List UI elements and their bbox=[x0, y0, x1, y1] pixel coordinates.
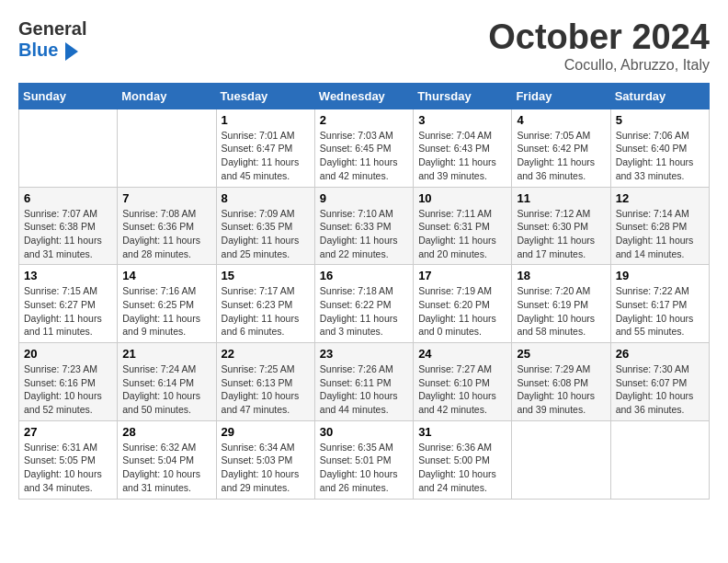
day-number: 19 bbox=[616, 269, 704, 282]
week-row-2: 6Sunrise: 7:07 AM Sunset: 6:38 PM Daylig… bbox=[19, 187, 710, 265]
day-number: 12 bbox=[616, 191, 704, 205]
day-number: 2 bbox=[320, 113, 408, 127]
day-info: Sunrise: 7:05 AM Sunset: 6:42 PM Dayligh… bbox=[517, 129, 605, 183]
day-info: Sunrise: 7:12 AM Sunset: 6:30 PM Dayligh… bbox=[517, 207, 605, 261]
day-info: Sunrise: 7:22 AM Sunset: 6:17 PM Dayligh… bbox=[616, 284, 704, 339]
calendar-cell bbox=[118, 109, 216, 187]
calendar-cell: 23Sunrise: 7:26 AM Sunset: 6:11 PM Dayli… bbox=[314, 343, 413, 421]
week-row-5: 27Sunrise: 6:31 AM Sunset: 5:05 PM Dayli… bbox=[19, 420, 710, 499]
day-number: 6 bbox=[24, 191, 112, 205]
day-number: 1 bbox=[222, 113, 310, 127]
day-number: 27 bbox=[24, 425, 112, 439]
weekday-monday: Monday bbox=[118, 83, 216, 109]
calendar-cell bbox=[610, 420, 709, 499]
calendar-cell: 22Sunrise: 7:25 AM Sunset: 6:13 PM Dayli… bbox=[216, 343, 314, 421]
day-info: Sunrise: 7:30 AM Sunset: 6:07 PM Dayligh… bbox=[616, 362, 704, 417]
day-number: 23 bbox=[320, 347, 408, 361]
day-number: 21 bbox=[122, 347, 210, 361]
calendar-cell bbox=[512, 420, 610, 499]
day-number: 18 bbox=[517, 269, 605, 282]
day-number: 13 bbox=[24, 269, 112, 282]
day-info: Sunrise: 7:24 AM Sunset: 6:14 PM Dayligh… bbox=[122, 362, 210, 417]
calendar-cell: 30Sunrise: 6:35 AM Sunset: 5:01 PM Dayli… bbox=[314, 420, 413, 499]
day-number: 15 bbox=[222, 269, 310, 282]
day-number: 17 bbox=[418, 269, 506, 282]
calendar-cell: 26Sunrise: 7:30 AM Sunset: 6:07 PM Dayli… bbox=[610, 343, 709, 421]
day-info: Sunrise: 7:14 AM Sunset: 6:28 PM Dayligh… bbox=[616, 207, 704, 261]
weekday-tuesday: Tuesday bbox=[216, 83, 314, 109]
calendar-cell: 2Sunrise: 7:03 AM Sunset: 6:45 PM Daylig… bbox=[314, 109, 413, 187]
day-info: Sunrise: 7:10 AM Sunset: 6:33 PM Dayligh… bbox=[320, 207, 408, 261]
week-row-4: 20Sunrise: 7:23 AM Sunset: 6:16 PM Dayli… bbox=[19, 343, 710, 421]
day-info: Sunrise: 7:16 AM Sunset: 6:25 PM Dayligh… bbox=[122, 284, 210, 339]
month-title: October 2024 bbox=[488, 18, 710, 57]
day-info: Sunrise: 7:06 AM Sunset: 6:40 PM Dayligh… bbox=[616, 129, 704, 183]
day-number: 24 bbox=[418, 347, 506, 361]
calendar-cell: 31Sunrise: 6:36 AM Sunset: 5:00 PM Dayli… bbox=[414, 420, 512, 499]
calendar-cell: 28Sunrise: 6:32 AM Sunset: 5:04 PM Dayli… bbox=[118, 420, 216, 499]
calendar-cell: 3Sunrise: 7:04 AM Sunset: 6:43 PM Daylig… bbox=[414, 109, 512, 187]
day-number: 31 bbox=[418, 425, 506, 439]
page-header: General Blue October 2024 Cocullo, Abruz… bbox=[18, 18, 710, 74]
weekday-header-row: SundayMondayTuesdayWednesdayThursdayFrid… bbox=[19, 83, 710, 109]
calendar-cell: 14Sunrise: 7:16 AM Sunset: 6:25 PM Dayli… bbox=[118, 265, 216, 343]
weekday-saturday: Saturday bbox=[610, 83, 709, 109]
day-number: 30 bbox=[320, 425, 408, 439]
calendar-cell: 4Sunrise: 7:05 AM Sunset: 6:42 PM Daylig… bbox=[512, 109, 610, 187]
day-info: Sunrise: 7:07 AM Sunset: 6:38 PM Dayligh… bbox=[24, 207, 112, 261]
day-info: Sunrise: 7:17 AM Sunset: 6:23 PM Dayligh… bbox=[222, 284, 310, 339]
day-number: 25 bbox=[517, 347, 605, 361]
weekday-thursday: Thursday bbox=[414, 83, 512, 109]
day-number: 3 bbox=[418, 113, 506, 127]
day-info: Sunrise: 7:09 AM Sunset: 6:35 PM Dayligh… bbox=[222, 207, 310, 261]
calendar-cell: 6Sunrise: 7:07 AM Sunset: 6:38 PM Daylig… bbox=[19, 187, 118, 265]
logo-bottom: Blue bbox=[18, 40, 86, 61]
calendar-cell: 18Sunrise: 7:20 AM Sunset: 6:19 PM Dayli… bbox=[512, 265, 610, 343]
day-info: Sunrise: 7:26 AM Sunset: 6:11 PM Dayligh… bbox=[320, 362, 408, 417]
calendar-cell: 13Sunrise: 7:15 AM Sunset: 6:27 PM Dayli… bbox=[19, 265, 118, 343]
day-info: Sunrise: 7:18 AM Sunset: 6:22 PM Dayligh… bbox=[320, 284, 408, 339]
calendar-cell: 27Sunrise: 6:31 AM Sunset: 5:05 PM Dayli… bbox=[19, 420, 118, 499]
day-info: Sunrise: 7:23 AM Sunset: 6:16 PM Dayligh… bbox=[24, 362, 112, 417]
day-number: 7 bbox=[122, 191, 210, 205]
day-number: 4 bbox=[517, 113, 605, 127]
day-number: 8 bbox=[222, 191, 310, 205]
logo-arrow-icon bbox=[65, 42, 78, 61]
location: Cocullo, Abruzzo, Italy bbox=[488, 57, 710, 74]
week-row-1: 1Sunrise: 7:01 AM Sunset: 6:47 PM Daylig… bbox=[19, 109, 710, 187]
day-info: Sunrise: 7:11 AM Sunset: 6:31 PM Dayligh… bbox=[418, 207, 506, 261]
day-number: 9 bbox=[320, 191, 408, 205]
day-number: 26 bbox=[616, 347, 704, 361]
weekday-sunday: Sunday bbox=[19, 83, 118, 109]
calendar-cell: 1Sunrise: 7:01 AM Sunset: 6:47 PM Daylig… bbox=[216, 109, 314, 187]
calendar-cell bbox=[19, 109, 118, 187]
calendar-cell: 7Sunrise: 7:08 AM Sunset: 6:36 PM Daylig… bbox=[118, 187, 216, 265]
calendar-cell: 19Sunrise: 7:22 AM Sunset: 6:17 PM Dayli… bbox=[610, 265, 709, 343]
calendar-cell: 9Sunrise: 7:10 AM Sunset: 6:33 PM Daylig… bbox=[314, 187, 413, 265]
day-info: Sunrise: 6:34 AM Sunset: 5:03 PM Dayligh… bbox=[222, 441, 310, 495]
calendar-cell: 8Sunrise: 7:09 AM Sunset: 6:35 PM Daylig… bbox=[216, 187, 314, 265]
day-number: 14 bbox=[122, 269, 210, 282]
day-info: Sunrise: 6:35 AM Sunset: 5:01 PM Dayligh… bbox=[320, 441, 408, 495]
day-info: Sunrise: 7:08 AM Sunset: 6:36 PM Dayligh… bbox=[122, 207, 210, 261]
day-number: 5 bbox=[616, 113, 704, 127]
day-info: Sunrise: 6:32 AM Sunset: 5:04 PM Dayligh… bbox=[122, 441, 210, 495]
day-info: Sunrise: 7:01 AM Sunset: 6:47 PM Dayligh… bbox=[222, 129, 310, 183]
weekday-friday: Friday bbox=[512, 83, 610, 109]
calendar-table: SundayMondayTuesdayWednesdayThursdayFrid… bbox=[18, 83, 710, 500]
day-number: 29 bbox=[222, 425, 310, 439]
calendar-cell: 20Sunrise: 7:23 AM Sunset: 6:16 PM Dayli… bbox=[19, 343, 118, 421]
day-number: 16 bbox=[320, 269, 408, 282]
day-number: 10 bbox=[418, 191, 506, 205]
day-info: Sunrise: 7:03 AM Sunset: 6:45 PM Dayligh… bbox=[320, 129, 408, 183]
calendar-cell: 10Sunrise: 7:11 AM Sunset: 6:31 PM Dayli… bbox=[414, 187, 512, 265]
calendar-cell: 17Sunrise: 7:19 AM Sunset: 6:20 PM Dayli… bbox=[414, 265, 512, 343]
weekday-wednesday: Wednesday bbox=[314, 83, 413, 109]
calendar-cell: 5Sunrise: 7:06 AM Sunset: 6:40 PM Daylig… bbox=[610, 109, 709, 187]
day-info: Sunrise: 7:27 AM Sunset: 6:10 PM Dayligh… bbox=[418, 362, 506, 417]
title-block: October 2024 Cocullo, Abruzzo, Italy bbox=[488, 18, 710, 74]
week-row-3: 13Sunrise: 7:15 AM Sunset: 6:27 PM Dayli… bbox=[19, 265, 710, 343]
calendar-cell: 15Sunrise: 7:17 AM Sunset: 6:23 PM Dayli… bbox=[216, 265, 314, 343]
calendar-cell: 29Sunrise: 6:34 AM Sunset: 5:03 PM Dayli… bbox=[216, 420, 314, 499]
logo-top: General bbox=[18, 18, 86, 40]
